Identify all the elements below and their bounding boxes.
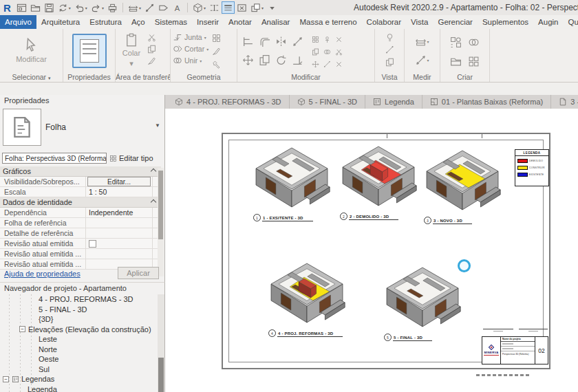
browser-tree-item[interactable]: Legenda — [0, 384, 157, 392]
tool-line-button[interactable]: ▾ — [385, 45, 395, 55]
sheet-legend-box[interactable]: LEGENDA DEMOLIDO CONSTRUIR EXISTENTE — [515, 149, 549, 186]
properties-help-link[interactable]: Ajuda de propriedades — [4, 270, 81, 278]
edit-type-button[interactable]: Editar tipo — [109, 153, 162, 164]
qat-redo-button[interactable]: ▾ — [89, 1, 105, 14]
ribbon-tab[interactable]: Vista — [406, 15, 433, 29]
paste-button[interactable]: Colar ▾ — [118, 31, 145, 69]
browser-tree-item[interactable]: − Legendas — [0, 374, 157, 384]
tool-scissors-button[interactable]: ▾ — [333, 45, 345, 58]
tool-rotate-button[interactable]: ▾ — [272, 51, 289, 69]
qat-textA-button[interactable]: ▾ — [171, 1, 184, 14]
ribbon-tab[interactable]: Estrutura — [85, 15, 127, 29]
tool-dim-button[interactable]: ▾ — [289, 32, 306, 51]
apply-button[interactable]: Aplicar — [118, 267, 159, 279]
qat-caret-button[interactable]: ▾ — [266, 1, 279, 14]
qat-tag-button[interactable]: ▾ — [157, 1, 170, 14]
tool-copy-button[interactable]: ▾ — [147, 44, 157, 54]
qat-folder-button[interactable]: ▾ — [29, 1, 42, 14]
drawing-area[interactable]: LEGENDA DEMOLIDO CONSTRUIR EXISTENTE MIN… — [165, 109, 578, 392]
qat-undo-button[interactable]: ▾ — [73, 1, 89, 14]
tool-grid-button[interactable]: ▾ — [465, 52, 483, 71]
tool-grid-button[interactable]: ▾ — [310, 33, 321, 45]
type-selector-button[interactable] — [3, 109, 41, 146]
qat-section-button[interactable]: ▾ — [208, 1, 221, 14]
property-section-header[interactable]: Dados de identidade — [0, 197, 161, 208]
ribbon-tab[interactable]: Suplementos — [478, 15, 533, 29]
tool-mirror-button[interactable]: ▾ — [272, 32, 289, 51]
collapse-chevron-icon[interactable] — [151, 168, 156, 174]
tool-x-button[interactable]: ▾ — [333, 33, 345, 45]
property-value[interactable] — [85, 249, 152, 259]
ribbon-tab[interactable]: Arquitetura — [36, 15, 85, 29]
qat-cube-button[interactable]: ▾ — [191, 1, 207, 14]
geometry-tool-button[interactable]: Junta ▾ — [173, 32, 208, 42]
ribbon-tab[interactable]: Augin — [533, 15, 563, 29]
property-section-header[interactable]: Gráficos — [0, 166, 161, 177]
document-tab[interactable]: 3 - NOVO — [551, 95, 578, 109]
tool-copy-button[interactable]: ▾ — [385, 57, 395, 67]
tool-copy-button[interactable]: ▾ — [256, 51, 272, 69]
browser-tree-item[interactable]: Oeste — [0, 354, 157, 364]
document-tab[interactable]: 4 - PROJ. REFORMAS - 3D — [167, 95, 290, 109]
tool-move-button[interactable]: ▾ — [310, 58, 321, 70]
tree-expander-icon[interactable]: − — [19, 326, 25, 332]
qat-switch-button[interactable]: ▾ — [249, 1, 265, 14]
browser-tree-item[interactable]: Norte — [0, 345, 157, 355]
tree-expander-icon[interactable]: − — [3, 376, 9, 382]
viewport-view-4[interactable]: 4 4 - PROJ. REFORMAS - 3D — [266, 262, 348, 337]
tool-union-button[interactable]: ▾ — [321, 45, 333, 58]
ribbon-tab[interactable]: Colaborar — [362, 15, 407, 29]
qat-appwin-button[interactable]: ▾ — [15, 1, 28, 14]
browser-tree-item[interactable]: Leste — [0, 334, 157, 345]
ribbon-tab[interactable]: Gerenciar — [433, 15, 478, 29]
ribbon-tab[interactable]: Quantification — [563, 15, 578, 29]
tool-pin-button[interactable]: ▾ — [321, 33, 333, 45]
browser-tree-item[interactable]: Sul — [0, 364, 157, 375]
qat-print-button[interactable]: ▾ — [106, 1, 119, 14]
modify-button[interactable]: Modificar — [2, 31, 61, 69]
document-tab[interactable]: Legenda — [365, 95, 422, 109]
ribbon-tab[interactable]: Massa e terreno — [295, 15, 361, 29]
property-value[interactable]: Independente — [85, 208, 152, 217]
properties-scrollbar[interactable] — [158, 168, 164, 276]
qat-thinlines-button[interactable]: ▾ — [222, 1, 235, 14]
ribbon-tab[interactable]: Aço — [127, 15, 150, 29]
paste-dropdown-icon[interactable]: ▾ — [129, 59, 133, 68]
ribbon-tab[interactable]: Arquivo — [0, 15, 36, 29]
geometry-tool-button[interactable]: Unir ▾ — [173, 56, 208, 65]
tool-trim-button[interactable]: ▾ — [289, 51, 306, 69]
title-block[interactable]: MINERVA Nome do projeto Perspectivas 3D … — [482, 336, 548, 364]
ribbon-tab[interactable]: Sistemas — [150, 15, 192, 29]
tool-line-button[interactable]: ▾ — [321, 58, 333, 70]
tool-move-button[interactable]: ▾ — [239, 51, 256, 69]
tool-brush-button[interactable]: ▾ — [147, 56, 157, 66]
document-tab[interactable]: 5 - FINAL - 3D — [290, 95, 366, 109]
tool-grid-button[interactable]: ▾ — [211, 33, 222, 43]
browser-scrollbar-thumb[interactable] — [158, 358, 164, 392]
panel-label-select[interactable]: Selecionar ▾ — [0, 73, 63, 81]
browser-tree-item[interactable]: 4 - PROJ. REFORMAS - 3D — [0, 294, 157, 305]
revit-logo-icon[interactable]: R — [3, 3, 11, 13]
tool-align-button[interactable]: ▾ — [239, 32, 256, 51]
sheet-viewport[interactable]: LEGENDA DEMOLIDO CONSTRUIR EXISTENTE MIN… — [222, 133, 550, 369]
tool-dim-button[interactable]: ▾ — [414, 54, 429, 67]
viewport-view-5[interactable]: 5 5 - FINAL - 3D — [381, 266, 464, 341]
tool-brush-button[interactable]: ▾ — [211, 46, 222, 56]
tool-ruler-button[interactable]: ▾ — [414, 35, 429, 48]
viewport-view-2[interactable]: 2 2 - DEMOLIDO - 3D — [337, 145, 420, 220]
ribbon-tab[interactable]: Inserir — [192, 15, 224, 29]
ribbon-tab[interactable]: Anotar — [224, 15, 257, 29]
qat-save-button[interactable]: ▾ — [43, 1, 56, 14]
qat-sync-button[interactable]: ▾ — [56, 1, 72, 14]
instance-selector-combo[interactable]: Folha: Perspectivas 3D (Reforma) ▾ — [2, 153, 107, 164]
checkbox[interactable] — [89, 240, 96, 248]
browser-scrollbar[interactable] — [158, 294, 164, 392]
tool-scissors-button[interactable]: ▾ — [147, 32, 157, 43]
property-value[interactable] — [85, 228, 152, 238]
collapse-chevron-icon[interactable] — [151, 199, 156, 205]
ribbon-tab[interactable]: Analisar — [257, 15, 295, 29]
properties-header[interactable]: Propriedades — [0, 95, 164, 107]
edit-visibility-button[interactable]: Editar... — [87, 177, 151, 186]
tool-hammer-button[interactable]: ▾ — [211, 59, 222, 69]
type-selector-dropdown-icon[interactable]: ▼ — [155, 122, 160, 129]
